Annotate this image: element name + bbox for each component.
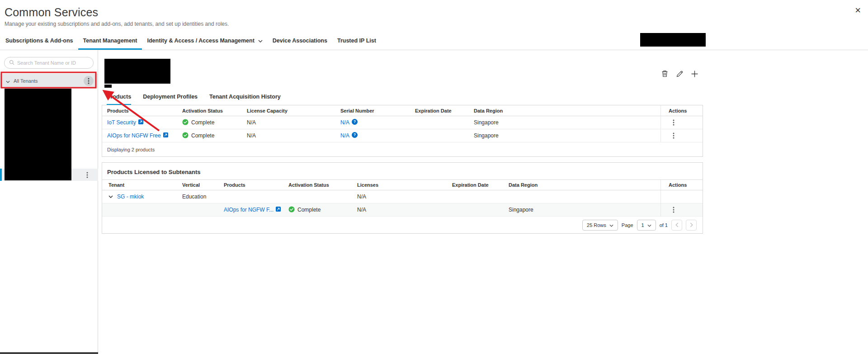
tab-label: Tenant Management	[83, 38, 137, 44]
product-name: IoT Security	[107, 119, 136, 126]
info-icon[interactable]: ?	[352, 132, 358, 139]
edit-tenant-button[interactable]	[675, 69, 684, 78]
delete-tenant-button[interactable]	[660, 69, 669, 78]
external-link-icon[interactable]	[138, 119, 143, 126]
chevron-down-icon	[258, 38, 263, 44]
row-actions-kebab[interactable]	[669, 118, 679, 127]
chevron-down-icon	[609, 222, 613, 228]
table-row: SG - mkiok Education N/A	[102, 190, 703, 203]
subtenants-panel: Products Licensed to Subtenants Tenant V…	[102, 162, 703, 234]
tenant-kebab-menu[interactable]	[82, 170, 92, 180]
column-header: Data Region	[474, 108, 660, 113]
page-number-select[interactable]: 1	[637, 220, 656, 231]
external-link-icon[interactable]	[163, 132, 168, 139]
page-label: Page	[622, 222, 633, 228]
rows-per-page-select[interactable]: 25 Rows	[582, 220, 618, 231]
page-count-label: of 1	[660, 222, 668, 228]
body: All Tenants	[0, 50, 868, 354]
data-region: Singapore	[474, 132, 660, 139]
column-header: Expiration Date	[415, 108, 474, 113]
horizontal-scrollbar[interactable]	[0, 352, 98, 354]
search-input[interactable]	[17, 60, 89, 66]
license-capacity: N/A	[247, 119, 340, 126]
product-name: AIOps for NGFW Free	[107, 132, 161, 139]
tenant-head	[98, 50, 868, 90]
status-text: Complete	[297, 207, 321, 213]
column-header: Products	[102, 108, 182, 113]
row-actions-kebab[interactable]	[669, 205, 679, 215]
subtenants-title: Products Licensed to Subtenants	[102, 163, 703, 179]
product-link[interactable]: AIOps for NGFW F...	[224, 207, 281, 213]
tab-label: Trusted IP List	[337, 38, 376, 44]
serial-number: N/A	[340, 132, 349, 139]
check-circle-icon	[182, 132, 189, 140]
status-text: Complete	[191, 132, 214, 139]
tab-deployment-profiles[interactable]: Deployment Profiles	[143, 90, 198, 105]
tab-tenant-management[interactable]: Tenant Management	[78, 32, 142, 50]
column-header: Data Region	[509, 182, 660, 188]
products-count-footer: Displaying 2 products	[102, 142, 703, 156]
tab-identity-access[interactable]: Identity & Access / Access Management	[142, 32, 267, 50]
previous-page-button[interactable]	[671, 220, 682, 231]
check-circle-icon	[182, 119, 189, 127]
tab-products[interactable]: Products	[107, 90, 131, 105]
next-page-button[interactable]	[686, 220, 697, 231]
row-actions-kebab[interactable]	[669, 131, 679, 141]
nav-tabbar: Subscriptions & Add-ons Tenant Managemen…	[0, 32, 868, 50]
all-tenants-kebab-menu[interactable]	[84, 76, 94, 86]
common-services-screen: Common Services Manage your existing sub…	[0, 0, 868, 354]
chevron-down-icon	[6, 77, 10, 85]
page-number-value: 1	[642, 222, 644, 228]
column-header: Expiration Date	[452, 182, 509, 188]
tab-label: Deployment Profiles	[143, 94, 198, 100]
chevron-down-icon	[647, 222, 651, 228]
column-header: Activation Status	[288, 182, 357, 188]
tab-device-associations[interactable]: Device Associations	[268, 32, 332, 50]
page-subtitle: Manage your existing subscriptions and a…	[5, 21, 861, 27]
check-circle-icon	[288, 206, 295, 214]
tenant-sidebar: All Tenants	[0, 50, 98, 354]
table-row: IoT Security Complete N/A N/A ? Singa	[102, 116, 703, 129]
product-link[interactable]: AIOps for NGFW Free	[107, 132, 168, 139]
tenant-detail-tabs: Products Deployment Profiles Tenant Acqu…	[107, 90, 868, 105]
product-link[interactable]: IoT Security	[107, 119, 143, 126]
svg-text:?: ?	[354, 132, 356, 137]
expand-row-chevron-icon[interactable]	[108, 195, 113, 198]
add-tenant-button[interactable]	[690, 69, 699, 78]
licenses: N/A	[357, 207, 452, 213]
external-link-icon[interactable]	[276, 207, 281, 213]
tab-subscriptions-addons[interactable]: Subscriptions & Add-ons	[0, 32, 78, 50]
redacted-region	[104, 59, 170, 84]
license-capacity: N/A	[247, 132, 340, 139]
page-title: Common Services	[5, 6, 861, 19]
subtenant-link[interactable]: SG - mkiok	[117, 194, 144, 200]
redacted-region	[640, 33, 706, 47]
tab-label: Products	[107, 94, 131, 100]
column-header: Actions	[660, 105, 703, 116]
info-icon[interactable]: ?	[352, 119, 358, 126]
tab-label: Device Associations	[273, 38, 327, 44]
search-icon	[9, 59, 14, 67]
subtenants-table-header: Tenant Vertical Products Activation Stat…	[102, 179, 703, 190]
column-header: License Capacity	[247, 108, 340, 113]
column-header: Products	[224, 182, 288, 188]
vertical: Education	[182, 194, 224, 200]
products-table-header: Products Activation Status License Capac…	[102, 105, 703, 116]
redacted-region	[5, 89, 71, 180]
tab-trusted-ip-list[interactable]: Trusted IP List	[332, 32, 381, 50]
sidebar-item-all-tenants[interactable]: All Tenants	[0, 74, 98, 88]
tab-label: Tenant Acquisition History	[209, 94, 281, 100]
column-header: Vertical	[182, 182, 224, 188]
table-row: AIOps for NGFW F... Complete N/A Singapo…	[102, 203, 703, 217]
svg-text:?: ?	[354, 119, 356, 124]
products-panel: Products Activation Status License Capac…	[102, 105, 703, 157]
product-name: AIOps for NGFW F...	[224, 207, 274, 213]
data-region: Singapore	[509, 207, 660, 213]
all-tenants-label: All Tenants	[14, 78, 38, 84]
redacted-region	[104, 85, 112, 88]
tab-tenant-acquisition-history[interactable]: Tenant Acquisition History	[209, 90, 281, 105]
close-icon[interactable]: ×	[855, 5, 861, 15]
rows-per-page-value: 25 Rows	[587, 222, 606, 228]
tenant-detail-main: Products Deployment Profiles Tenant Acqu…	[98, 50, 868, 354]
column-header: Activation Status	[182, 108, 247, 113]
